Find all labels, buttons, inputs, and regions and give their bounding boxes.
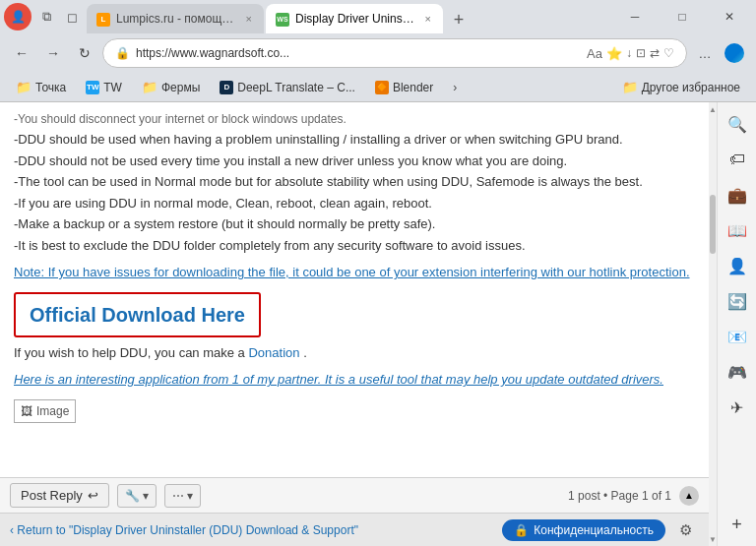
privacy-label: Конфиденциальность — [534, 523, 654, 537]
bookmark-other[interactable]: 📁 Другое избранное — [614, 77, 748, 97]
address-text: https://www.wagnardsoft.co... — [136, 46, 581, 60]
bookmark-deepl-label: DeepL Translate – C... — [237, 81, 355, 94]
bottom-left: Post Reply ↩ 🔧 ▾ ⋯ ▾ — [10, 483, 201, 508]
donation-link[interactable]: Donation — [248, 345, 299, 360]
sidebar-telegram-icon[interactable]: ✈ — [722, 392, 753, 423]
note-text: Note: If you have issues for downloading… — [14, 265, 690, 279]
forward-button[interactable]: → — [39, 39, 67, 67]
tool1-icon: 🔧 — [125, 489, 140, 503]
right-sidebar: 🔍 🏷 💼 📖 👤 🔄 📧 🎮 ✈ + — [717, 102, 756, 546]
bookmark-other-label: Другое избранное — [642, 81, 740, 94]
breadcrumb-right: 🔒 Конфиденциальность ⚙ — [502, 516, 699, 544]
tool1-button[interactable]: 🔧 ▾ — [117, 484, 157, 508]
forum-line-4: -If you are using DDU in normal mode, Cl… — [14, 194, 695, 213]
bookmark-deepl[interactable]: D DeepL Translate – C... — [212, 78, 363, 97]
bookmark-fermy-label: Фермы — [161, 81, 200, 94]
sidebar-game-icon[interactable]: 🎮 — [722, 356, 753, 388]
tab-lumpics[interactable]: L Lumpics.ru - помощь с... × — [87, 4, 264, 33]
bookmark-blender-label: Blender — [393, 81, 433, 94]
sidebar-book-icon[interactable]: 📖 — [722, 214, 753, 246]
sidebar-briefcase-icon[interactable]: 💼 — [722, 179, 753, 211]
donation-end: . — [303, 345, 307, 360]
forum-line-1: -DDU should be used when having a proble… — [14, 130, 695, 150]
scroll-down-arrow[interactable]: ▼ — [709, 532, 717, 546]
close-button[interactable]: ✕ — [707, 0, 752, 33]
breadcrumb-link[interactable]: ‹ Return to "Display Driver Uninstaller … — [10, 523, 358, 537]
sidebar-sync-icon[interactable]: 🔄 — [722, 285, 753, 317]
tab2-close[interactable]: × — [423, 11, 433, 27]
folder3-icon: 📁 — [622, 80, 638, 94]
favorite-icon[interactable]: ⭐ — [606, 46, 622, 61]
edge-logo — [721, 39, 748, 67]
bookmark-tw[interactable]: TW TW — [78, 78, 130, 97]
forum-content: -You should disconnect your internet or … — [0, 102, 709, 477]
tab1-close[interactable]: × — [244, 11, 254, 27]
sidebar-tag-icon[interactable]: 🏷 — [722, 144, 753, 175]
tab2-title: Display Driver Uninstalle... — [295, 12, 417, 26]
sidebar-search-icon[interactable]: 🔍 — [722, 108, 753, 140]
settings-button[interactable]: ⚙ — [671, 516, 699, 544]
tool2-button[interactable]: ⋯ ▾ — [164, 484, 201, 508]
bottom-right: 1 post • Page 1 of 1 ▲ — [568, 486, 699, 506]
bookmark-tochka[interactable]: 📁 Точка — [8, 77, 74, 97]
bookmark-tw-label: TW — [103, 81, 122, 94]
tab-group-icon[interactable]: ⧉ — [35, 6, 57, 28]
blender-favicon: 🔶 — [375, 81, 389, 94]
profile-avatar[interactable]: 👤 — [4, 3, 32, 30]
official-download-button[interactable]: Official Download Here — [14, 292, 261, 337]
tab-restore-icon[interactable]: ◻ — [61, 6, 83, 28]
scrollbar-thumb[interactable] — [710, 195, 716, 254]
minimize-button[interactable]: ─ — [612, 0, 658, 33]
deepl-favicon: D — [220, 81, 233, 94]
bookmark-blender[interactable]: 🔶 Blender — [367, 78, 441, 97]
forum-line-5: -Make a backup or a system restore (but … — [14, 214, 695, 234]
sidebar-person-icon[interactable]: 👤 — [722, 250, 753, 281]
privacy-button[interactable]: 🔒 Конфиденциальность — [502, 519, 665, 541]
download-btn-container: Official Download Here — [14, 292, 695, 337]
scroll-up-button[interactable]: ▲ — [679, 486, 699, 506]
broken-image-icon: 🖼 — [21, 402, 32, 420]
tab2-favicon: WS — [276, 11, 289, 27]
heart-icon[interactable]: ♡ — [663, 46, 674, 60]
main-content: -You should disconnect your internet or … — [0, 102, 709, 546]
back-button[interactable]: ← — [8, 39, 35, 67]
bottom-bar: Post Reply ↩ 🔧 ▾ ⋯ ▾ 1 post • Page 1 of … — [0, 477, 709, 513]
bookmarks-more-button[interactable]: › — [445, 78, 465, 97]
new-tab-button[interactable]: + — [445, 6, 472, 33]
scrollbar-track[interactable]: ▲ ▼ — [709, 102, 717, 546]
download-icon[interactable]: ↓ — [626, 46, 632, 60]
tab-ddu[interactable]: WS Display Driver Uninstalle... × — [266, 4, 443, 33]
sidebar-outlook-icon[interactable]: 📧 — [722, 321, 753, 352]
note-block[interactable]: Note: If you have issues for downloading… — [14, 263, 695, 282]
browser-chrome: 👤 ⧉ ◻ L Lumpics.ru - помощь с... × WS Di… — [0, 0, 756, 102]
split-icon[interactable]: ⊡ — [636, 46, 646, 60]
tool2-icon: ⋯ — [172, 489, 184, 503]
partner-block: Here is an interesting application from … — [14, 370, 695, 390]
tool1-dropdown-icon: ▾ — [143, 489, 149, 503]
scroll-up-arrow[interactable]: ▲ — [709, 102, 717, 116]
folder2-icon: 📁 — [142, 80, 158, 94]
share-icon[interactable]: ⇄ — [650, 46, 660, 60]
post-reply-button[interactable]: Post Reply ↩ — [10, 483, 109, 508]
reply-icon: ↩ — [88, 488, 98, 503]
partner-link[interactable]: Here is an interesting application from … — [14, 372, 663, 387]
forum-line-3: -The tool can be used in Normal mode but… — [14, 172, 695, 192]
maximize-button[interactable]: □ — [660, 0, 705, 33]
lock-icon: 🔒 — [115, 46, 130, 60]
toolbar-icons: … — [691, 39, 748, 67]
folder-icon: 📁 — [16, 80, 32, 94]
more-button[interactable]: … — [691, 39, 719, 67]
translate-icon[interactable]: Аа — [587, 46, 602, 61]
bookmark-fermy[interactable]: 📁 Фермы — [134, 77, 208, 97]
post-reply-label: Post Reply — [21, 488, 83, 503]
breadcrumb-bar: ‹ Return to "Display Driver Uninstaller … — [0, 513, 709, 546]
tab1-favicon: L — [96, 11, 110, 27]
forum-line-0: -You should disconnect your internet or … — [14, 110, 695, 128]
sidebar-add-button[interactable]: + — [722, 509, 753, 540]
tool2-dropdown-icon: ▾ — [187, 489, 193, 503]
tab1-title: Lumpics.ru - помощь с... — [116, 12, 238, 26]
refresh-button[interactable]: ↻ — [71, 39, 98, 67]
address-box[interactable]: 🔒 https://www.wagnardsoft.co... Аа ⭐ ↓ ⊡… — [102, 38, 687, 68]
tw-favicon: TW — [86, 81, 99, 94]
page-info: 1 post • Page 1 of 1 — [568, 489, 671, 503]
